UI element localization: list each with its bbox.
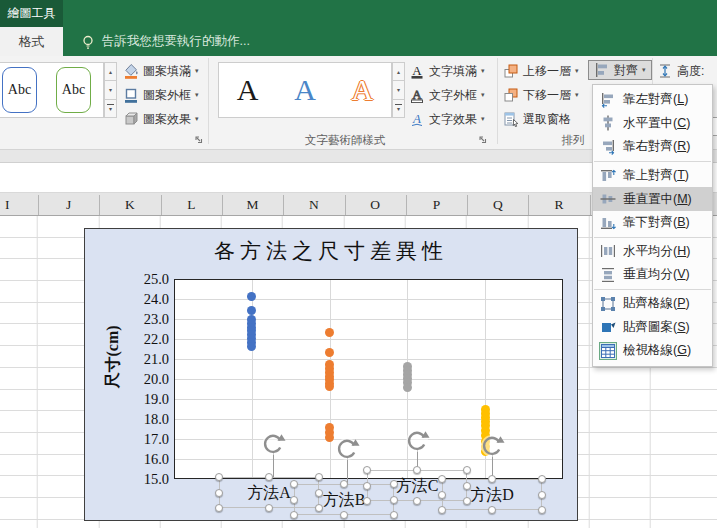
wordart-style-2[interactable]: A — [294, 75, 316, 105]
menu-item-L[interactable]: 靠左對齊(L) — [593, 88, 712, 112]
selection-handle[interactable] — [340, 480, 348, 488]
chart-gridline-h — [174, 399, 563, 400]
selection-handle[interactable] — [538, 491, 546, 499]
selection-handle[interactable] — [290, 496, 298, 504]
cube-effects-icon — [123, 111, 139, 127]
chart-gridline-h — [174, 299, 563, 300]
column-header-L[interactable]: L — [176, 193, 206, 217]
selection-handle[interactable] — [315, 504, 323, 512]
column-header-Q[interactable]: Q — [483, 193, 513, 217]
column-header-divider — [406, 195, 407, 215]
selection-handle[interactable] — [363, 482, 371, 490]
shape-effects-button[interactable]: 圖案效果 — [123, 109, 199, 129]
column-header-J[interactable]: J — [54, 193, 84, 217]
chart-gridline-h — [174, 359, 563, 360]
align-button[interactable]: 對齊 — [588, 60, 652, 80]
selection-handle[interactable] — [363, 466, 371, 474]
align-center-icon — [600, 115, 616, 131]
selection-handle[interactable] — [438, 491, 446, 499]
chart-title[interactable]: 各方法之尺寸差異性 — [85, 237, 577, 265]
selection-handle[interactable] — [390, 480, 398, 488]
scatter-point-方法C[interactable] — [403, 383, 412, 392]
tab-format[interactable]: 格式 — [0, 27, 63, 56]
selection-handle[interactable] — [538, 475, 546, 483]
menu-item-R[interactable]: 靠右對齊(R) — [593, 135, 712, 159]
menu-item-label: 靠右對齊(R) — [623, 138, 690, 155]
rotate-handle-icon[interactable] — [404, 428, 430, 454]
selection-handle[interactable] — [315, 473, 323, 481]
selection-handle[interactable] — [290, 480, 298, 488]
menu-item-V[interactable]: 垂直均分(V) — [593, 263, 712, 287]
bring-forward-button[interactable]: 上移一層 — [503, 61, 579, 81]
menu-item-T[interactable]: 靠上對齊(T) — [593, 164, 712, 188]
text-effects-label: 文字效果 — [429, 111, 477, 128]
gallery-scroll-up-icon[interactable] — [392, 62, 405, 81]
shape-styles-dialog-launcher-icon[interactable] — [193, 134, 205, 146]
chart-object[interactable]: 各方法之尺寸差異性 尺寸(cm) 25.024.023.022.021.020.… — [84, 228, 578, 521]
menu-item-G[interactable]: 檢視格線(G) — [593, 339, 712, 363]
selection-handle[interactable] — [438, 475, 446, 483]
column-header-I[interactable]: I — [0, 193, 22, 217]
shape-style-thumb-2[interactable]: Abc — [56, 67, 91, 113]
column-header-K[interactable]: K — [115, 193, 145, 217]
selection-handle[interactable] — [390, 496, 398, 504]
tellme-box[interactable]: 告訴我您想要執行的動作... — [64, 27, 250, 56]
gallery-scroll-down-icon[interactable] — [104, 81, 117, 99]
menu-item-C[interactable]: 水平置中(C) — [593, 112, 712, 136]
selection-handle[interactable] — [538, 506, 546, 514]
shape-style-thumb-1[interactable]: Abc — [2, 67, 37, 113]
height-icon — [657, 63, 673, 79]
selection-handle[interactable] — [463, 482, 471, 490]
text-fill-button[interactable]: A 文字填滿 — [409, 61, 485, 81]
selection-handle[interactable] — [290, 511, 298, 519]
selection-handle[interactable] — [463, 497, 471, 505]
gallery-scroll-up-icon[interactable] — [104, 62, 117, 81]
selection-pane-button[interactable]: 選取窗格 — [503, 109, 571, 129]
column-header-P[interactable]: P — [421, 193, 451, 217]
column-header-N[interactable]: N — [299, 193, 329, 217]
rotate-handle-icon[interactable] — [479, 433, 505, 459]
selection-handle[interactable] — [438, 506, 446, 514]
selection-handle[interactable] — [488, 475, 496, 483]
column-header-divider — [528, 195, 529, 215]
selection-handle[interactable] — [390, 511, 398, 519]
y-axis-title[interactable]: 尺寸(cm) — [103, 277, 123, 437]
pencil-outline-icon — [123, 87, 139, 103]
context-tab-drawing-tools[interactable]: 繪圖工具 — [0, 0, 63, 27]
rotate-handle-icon[interactable] — [334, 436, 360, 462]
text-outline-label: 文字外框 — [429, 87, 477, 104]
column-header-M[interactable]: M — [238, 193, 268, 217]
selection-handle[interactable] — [413, 466, 421, 474]
menu-item-M[interactable]: 垂直置中(M) — [593, 187, 712, 211]
text-effects-button[interactable]: A 文字效果 — [409, 109, 485, 129]
wordart-style-1[interactable]: A — [237, 75, 259, 105]
gallery-more-icon[interactable] — [392, 100, 405, 118]
send-backward-button[interactable]: 下移一層 — [503, 85, 579, 105]
selection-handle[interactable] — [265, 473, 273, 481]
shape-fill-button[interactable]: 圖案填滿 — [123, 61, 199, 81]
menu-item-H[interactable]: 水平均分(H) — [593, 240, 712, 264]
menu-item-P[interactable]: 貼齊格線(P) — [593, 292, 712, 316]
wordart-style-3[interactable]: A — [351, 75, 373, 105]
selection-handle[interactable] — [315, 489, 323, 497]
selection-handle[interactable] — [265, 504, 273, 512]
selection-handle[interactable] — [340, 511, 348, 519]
column-header-O[interactable]: O — [360, 193, 390, 217]
selection-handle[interactable] — [215, 504, 223, 512]
paint-bucket-icon — [123, 63, 139, 79]
selection-handle[interactable] — [215, 489, 223, 497]
rotate-handle-icon[interactable] — [260, 431, 286, 457]
menu-item-S[interactable]: 貼齊圖案(S) — [593, 315, 712, 339]
selection-handle[interactable] — [215, 473, 223, 481]
menu-item-B[interactable]: 靠下對齊(B) — [593, 211, 712, 235]
selection-handle[interactable] — [363, 497, 371, 505]
shape-outline-button[interactable]: 圖案外框 — [123, 85, 199, 105]
gallery-scroll-down-icon[interactable] — [392, 81, 405, 99]
wordart-dialog-launcher-icon[interactable] — [477, 134, 489, 146]
selection-handle[interactable] — [463, 466, 471, 474]
selection-handle[interactable] — [488, 506, 496, 514]
column-header-R[interactable]: R — [544, 193, 574, 217]
gallery-more-icon[interactable] — [104, 100, 117, 118]
selection-handle[interactable] — [413, 497, 421, 505]
text-outline-button[interactable]: A 文字外框 — [409, 85, 485, 105]
